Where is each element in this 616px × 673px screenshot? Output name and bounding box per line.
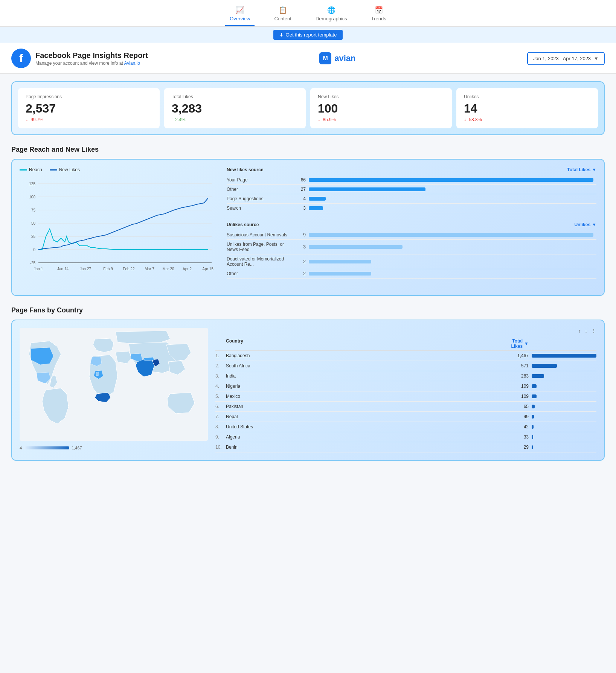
svg-text:100: 100 <box>29 195 35 199</box>
country-value: 283 <box>506 373 529 379</box>
country-bar <box>532 435 533 439</box>
country-name: Bangladesh <box>226 353 506 358</box>
table-row: 2. South Africa 571 <box>215 361 596 371</box>
map-scale-min: 4 <box>20 446 22 450</box>
rank: 4. <box>215 384 226 389</box>
fans-section-title: Page Fans by Country <box>11 306 605 314</box>
svg-text:0: 0 <box>33 248 35 252</box>
nav-demographics[interactable]: 🌐 Demographics <box>311 4 352 26</box>
world-map-area: 4 1,467 <box>20 328 208 452</box>
country-value: 42 <box>506 424 529 429</box>
bar-fill <box>309 206 323 210</box>
country-bar-wrap <box>529 435 596 439</box>
page-title: Facebook Page Insights Report <box>35 51 148 60</box>
list-item: Unlikes from Page, Posts, or News Feed 3 <box>227 240 596 254</box>
country-name: Nigeria <box>226 384 506 389</box>
bar-row-value: 2 <box>294 259 306 264</box>
kpi-cards-row: Page Impressions 2,537 ↓ -99.7% Total Li… <box>11 81 605 135</box>
new-likes-legend-line <box>50 169 57 171</box>
chart-canvas: 125 100 75 50 25 0 -25 Jan 1 Jan 14 Jan … <box>20 176 215 282</box>
country-bar-wrap <box>529 394 596 398</box>
main-content: Page Impressions 2,537 ↓ -99.7% Total Li… <box>0 74 616 468</box>
unlikes-sort[interactable]: Unlikes ▼ <box>574 222 596 227</box>
more-options-icon[interactable]: ⋮ <box>591 328 596 334</box>
country-bar <box>532 364 557 368</box>
country-table: ↑ ↓ ⋮ Country Total Likes ▼ 1. Banglades… <box>215 328 596 452</box>
sort-up-icon[interactable]: ↑ <box>578 328 581 334</box>
bar-row-label: Search <box>227 206 294 211</box>
country-value: 571 <box>506 363 529 368</box>
country-bar <box>532 445 533 449</box>
country-name: United States <box>226 424 506 429</box>
map-scale-max: 1,467 <box>72 446 82 450</box>
facebook-icon: f <box>11 49 31 68</box>
reach-legend-line <box>20 169 27 171</box>
bar-row-label: Page Suggestions <box>227 196 294 201</box>
bar-fill <box>309 197 326 201</box>
country-value: 65 <box>506 404 529 409</box>
bar-row-label: Deactivated or Memorialized Account Re..… <box>227 256 294 267</box>
content-icon: 📋 <box>279 6 287 14</box>
download-icon: ⬇ <box>279 32 284 38</box>
bar-row-value: 27 <box>294 187 306 192</box>
kpi-change: ↑ 2.4% <box>172 117 298 122</box>
svg-text:Feb 9: Feb 9 <box>103 267 113 271</box>
table-row: 4. Nigeria 109 <box>215 381 596 391</box>
country-name: Pakistan <box>226 404 506 409</box>
table-row: 1. Bangladesh 1,467 <box>215 351 596 361</box>
bar-row-value: 2 <box>294 271 306 276</box>
list-item: Search 3 <box>227 204 596 213</box>
top-navigation: 📈 Overview 📋 Content 🌐 Demographics 📅 Tr… <box>0 0 616 27</box>
rank: 7. <box>215 414 226 419</box>
svg-text:Jan 14: Jan 14 <box>57 267 69 271</box>
reach-chart-section: Reach New Likes <box>11 159 605 296</box>
country-bar-wrap <box>529 384 596 388</box>
total-likes-sort[interactable]: Total Likes ▼ <box>567 167 596 172</box>
bar-row-bar-wrap <box>306 178 596 182</box>
avian-link[interactable]: Avian.io <box>124 61 140 66</box>
list-item: Page Suggestions 4 <box>227 194 596 204</box>
country-name: Benin <box>226 445 506 450</box>
bar-row-bar-wrap <box>306 260 596 263</box>
svg-text:Feb 22: Feb 22 <box>123 267 135 271</box>
report-banner: ⬇ Get this report template <box>0 27 616 43</box>
kpi-value: 3,283 <box>172 102 298 116</box>
kpi-label: Total Likes <box>172 94 298 99</box>
nav-overview[interactable]: 📈 Overview <box>225 4 255 26</box>
trends-icon: 📅 <box>375 6 383 14</box>
legend-reach: Reach <box>20 167 42 172</box>
nav-content[interactable]: 📋 Content <box>270 4 296 26</box>
country-bar <box>532 354 596 358</box>
world-map-svg <box>20 328 208 441</box>
bar-row-bar-wrap <box>306 206 596 210</box>
map-scale: 4 1,467 <box>20 446 208 450</box>
header-left: f Facebook Page Insights Report Manage y… <box>11 49 148 68</box>
sort-arrow-icon: ▼ <box>592 167 596 172</box>
new-likes-source-table: New likes source Total Likes ▼ Your Page… <box>227 167 596 213</box>
table-row: 6. Pakistan 65 <box>215 402 596 412</box>
bar-tables: New likes source Total Likes ▼ Your Page… <box>227 167 596 288</box>
bar-row-label: Suspicious Account Removals <box>227 232 294 238</box>
header-info: Facebook Page Insights Report Manage you… <box>35 51 148 66</box>
country-bar <box>532 394 537 398</box>
bar-row-bar-wrap <box>306 245 596 249</box>
country-value: 109 <box>506 394 529 399</box>
nav-trends[interactable]: 📅 Trends <box>367 4 391 26</box>
page-header: f Facebook Page Insights Report Manage y… <box>0 43 616 74</box>
unlikes-table-header: Unlikes source Unlikes ▼ <box>227 222 596 227</box>
kpi-value: 2,537 <box>26 102 152 116</box>
avian-logo-icon: M <box>319 52 331 64</box>
chart-legend: Reach New Likes <box>20 167 215 172</box>
map-scale-bar <box>24 446 69 449</box>
list-item: Suspicious Account Removals 9 <box>227 230 596 240</box>
dropdown-arrow-icon: ▼ <box>594 56 599 61</box>
date-range-selector[interactable]: Jan 1, 2023 - Apr 17, 2023 ▼ <box>527 52 605 65</box>
total-likes-col-header[interactable]: Total Likes ▼ <box>506 338 529 349</box>
country-bar-wrap <box>529 405 596 408</box>
bar-row-label: Unlikes from Page, Posts, or News Feed <box>227 242 294 252</box>
get-report-template-button[interactable]: ⬇ Get this report template <box>273 30 343 40</box>
bar-fill <box>309 187 425 191</box>
country-bar <box>532 374 544 378</box>
rank: 8. <box>215 424 226 429</box>
sort-down-icon[interactable]: ↓ <box>585 328 587 334</box>
